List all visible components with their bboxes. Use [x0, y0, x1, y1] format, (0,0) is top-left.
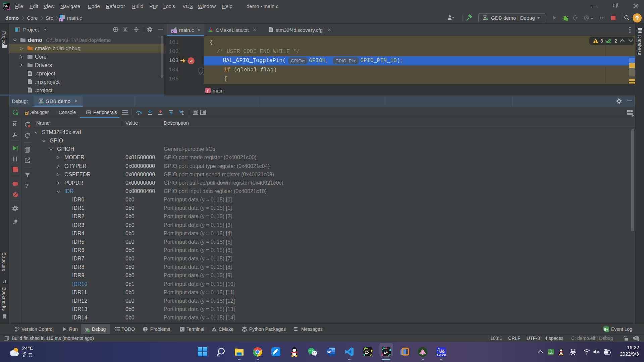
- svg-text:PC: PC: [365, 350, 369, 353]
- svg-text:R: R: [13, 121, 16, 127]
- svg-text:W: W: [327, 350, 331, 354]
- svg-text:?: ?: [635, 337, 637, 340]
- svg-text:CL: CL: [384, 350, 387, 353]
